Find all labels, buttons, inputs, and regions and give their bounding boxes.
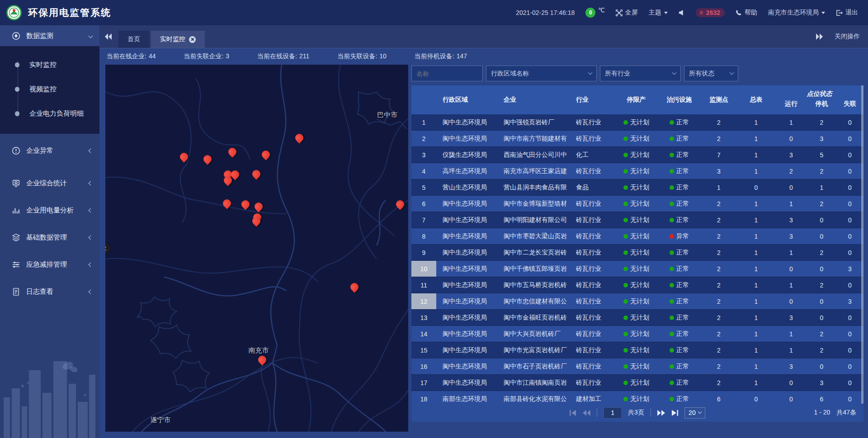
circle-close-icon[interactable] bbox=[189, 36, 196, 43]
next-page-icon[interactable] bbox=[657, 410, 665, 416]
status-dot-icon bbox=[670, 267, 674, 271]
sidebar-submenu: 实时监控 视频监控 企业电力负荷明细 bbox=[0, 46, 99, 134]
status-filter-select[interactable]: 所有状态 bbox=[684, 66, 738, 81]
map-pin-icon[interactable] bbox=[396, 200, 404, 208]
app-logo-icon bbox=[6, 5, 22, 20]
table-row[interactable]: 15阆中生态环境局阆中市光富页岩机砖厂砖瓦行业无计划正常21120 bbox=[411, 342, 863, 358]
cell-running-count: 0 bbox=[775, 293, 807, 309]
table-row[interactable]: 17阆中生态环境局阆中市江南镇阆南页岩砖瓦行业无计划正常21030 bbox=[411, 375, 863, 391]
map-pin-icon[interactable] bbox=[295, 134, 303, 142]
logout-button[interactable]: 退出 bbox=[836, 9, 858, 17]
cell-meter-count: 1 bbox=[737, 163, 775, 179]
table-row[interactable]: 2阆中生态环境局阆中市南方节能建材有砖瓦行业无计划正常21030 bbox=[411, 131, 863, 147]
cell-stopped-count: 0 bbox=[807, 358, 836, 374]
cell-stopped-count: 6 bbox=[807, 391, 836, 404]
fullscreen-arrows-icon bbox=[616, 9, 623, 16]
region-filter-select[interactable]: 行政区域名称 bbox=[486, 66, 597, 81]
map-pin-icon[interactable] bbox=[258, 356, 266, 364]
theme-dropdown[interactable]: 主题 bbox=[649, 9, 668, 17]
sidebar-item-log-view[interactable]: 日志查看 bbox=[0, 281, 99, 302]
table-row[interactable]: 11阆中生态环境局阆中市五马桥页岩机砖砖瓦行业无计划正常21120 bbox=[411, 277, 863, 293]
stat-offline-enterprises: 当前失联企业:3 bbox=[184, 52, 229, 61]
map-pin-icon[interactable] bbox=[224, 176, 232, 184]
cell-facility-status: 正常 bbox=[658, 196, 701, 212]
mute-button[interactable] bbox=[679, 9, 685, 16]
cell-monitor-count: 2 bbox=[701, 114, 737, 130]
map-pin-icon[interactable] bbox=[252, 217, 260, 225]
table-row[interactable]: 8阆中生态环境局阆中市枣碧大梁山页岩砖瓦行业无计划异常21300 bbox=[411, 228, 863, 245]
table-row[interactable]: 1阆中生态环境局阆中强锐页岩砖厂砖瓦行业无计划正常21120 bbox=[411, 114, 863, 131]
table-row[interactable]: 5营山生态环境局营山县润丰肉食品有限食品无计划正常10010 bbox=[411, 179, 863, 196]
map-pin-icon[interactable] bbox=[180, 153, 188, 161]
tab-home[interactable]: 首页 bbox=[118, 31, 149, 48]
cell-running-count: 1 bbox=[775, 326, 807, 342]
map-pin-icon[interactable] bbox=[241, 200, 250, 208]
table-row[interactable]: 6阆中生态环境局阆中市金博瑞新型墙材砖瓦行业无计划正常21120 bbox=[411, 196, 863, 212]
table-scrollbar[interactable] bbox=[861, 85, 863, 404]
first-page-icon[interactable] bbox=[570, 410, 576, 416]
close-operations-button[interactable]: 关闭操作 bbox=[835, 33, 860, 41]
map-pin-icon[interactable] bbox=[203, 155, 212, 163]
map-pin-icon[interactable] bbox=[223, 199, 231, 207]
table-row[interactable]: 14阆中生态环境局阆中大兴页岩机砖厂砖瓦行业无计划正常21120 bbox=[411, 326, 863, 342]
cell-facility-status: 正常 bbox=[658, 277, 701, 293]
notification-badge[interactable]: 2632 bbox=[696, 8, 725, 17]
cell-monitor-count: 2 bbox=[701, 342, 737, 358]
status-dot-icon bbox=[623, 202, 628, 206]
org-dropdown[interactable]: 南充市生态环境局 bbox=[768, 9, 825, 17]
cell-facility-status: 正常 bbox=[658, 212, 701, 228]
map-pin-icon[interactable] bbox=[231, 170, 239, 179]
sidebar-item-label: 企业综合统计 bbox=[26, 179, 83, 188]
table-row[interactable]: 3仪陇生态环境局西南油气田分公司川中化工无计划正常71350 bbox=[411, 147, 863, 163]
map-pin-icon[interactable] bbox=[228, 148, 236, 156]
map-pin-icon[interactable] bbox=[255, 203, 263, 211]
fullscreen-button[interactable]: 全屏 bbox=[616, 9, 638, 17]
table-row[interactable]: 7阆中生态环境局阆中明阳建材有限公司砖瓦行业无计划正常21300 bbox=[411, 212, 863, 228]
industry-filter-select[interactable]: 所有行业 bbox=[600, 66, 681, 81]
prev-page-icon[interactable] bbox=[583, 410, 590, 416]
tab-label: 实时监控 bbox=[160, 35, 185, 43]
cell-running-count: 0 bbox=[775, 261, 807, 277]
cell-district: 阆中生态环境局 bbox=[436, 245, 497, 260]
search-input[interactable] bbox=[416, 70, 478, 77]
map-pin-icon[interactable] bbox=[350, 283, 359, 291]
page-size-select[interactable]: 20 bbox=[684, 407, 705, 419]
sidebar-item-enterprise-statistics[interactable]: 企业综合统计 bbox=[0, 173, 99, 193]
table-row[interactable]: 12阆中生态环境局阆中市忠信建材有限公砖瓦行业无计划正常21003 bbox=[411, 293, 863, 310]
sidebar-item-emergency-reduction[interactable]: 应急减排管理 bbox=[0, 254, 99, 275]
cell-company: 阆中市枣碧大梁山页岩 bbox=[497, 228, 570, 244]
table-row[interactable]: 16阆中生态环境局阆中市石子页岩机砖厂砖瓦行业无计划正常21300 bbox=[411, 358, 863, 375]
sidebar-item-realtime-monitoring[interactable]: 实时监控 bbox=[0, 52, 99, 77]
sidebar-item-enterprise-abnormal[interactable]: 企业异常 bbox=[0, 140, 99, 161]
sidebar-item-video-monitoring[interactable]: 视频监控 bbox=[0, 77, 99, 101]
cell-meter-count: 0 bbox=[737, 391, 775, 404]
tabs-scroll-left-icon[interactable] bbox=[105, 33, 112, 40]
table-row[interactable]: 10阆中生态环境局阆中千佛镇五郎垭页岩砖瓦行业无计划正常21003 bbox=[411, 261, 863, 277]
tabs-scroll-right-icon[interactable] bbox=[816, 33, 823, 40]
theme-label: 主题 bbox=[649, 9, 661, 17]
statistics-monitor-icon bbox=[12, 179, 20, 188]
name-filter-input[interactable] bbox=[411, 66, 483, 81]
table-row[interactable]: 9阆中生态环境局阆中市二龙长宝页岩砖砖瓦行业无计划正常21120 bbox=[411, 245, 863, 261]
sidebar-item-power-analysis[interactable]: 企业用电量分析 bbox=[0, 200, 99, 221]
cell-meter-count: 1 bbox=[737, 358, 775, 374]
help-button[interactable]: 帮助 bbox=[736, 9, 757, 17]
sidebar-item-base-data[interactable]: 基础数据管理 bbox=[0, 227, 99, 248]
cell-running-count: 0 bbox=[775, 131, 807, 146]
cell-lost-count: 0 bbox=[836, 196, 863, 212]
org-name: 南充市生态环境局 bbox=[768, 9, 819, 17]
last-page-icon[interactable] bbox=[671, 410, 678, 416]
map-pin-icon[interactable] bbox=[262, 151, 270, 159]
table-row[interactable]: 4高坪生态环境局南充市高坪区王家店建砖瓦行业无计划正常31220 bbox=[411, 163, 863, 179]
sidebar-item-data-monitoring[interactable]: 数据监测 bbox=[0, 25, 99, 46]
table-row[interactable]: 18南部生态环境局南部县砖化水泥有限公建材加工无计划正常60060 bbox=[411, 391, 863, 404]
sidebar-item-power-load-detail[interactable]: 企业电力负荷明细 bbox=[0, 101, 99, 126]
map-panel[interactable]: 巴中市南充市遂宁市 bbox=[105, 65, 408, 432]
cell-company: 阆中明阳建材有限公司 bbox=[497, 212, 570, 228]
map-pin-icon[interactable] bbox=[252, 170, 260, 178]
tab-bar: 首页 实时监控 关闭操作 bbox=[99, 25, 868, 48]
page-number-input[interactable] bbox=[604, 407, 622, 419]
table-row[interactable]: 13阆中生态环境局阆中市金福旺页岩机砖砖瓦行业无计划正常21300 bbox=[411, 310, 863, 326]
tab-realtime-monitoring[interactable]: 实时监控 bbox=[151, 31, 205, 48]
region-filter-value: 行政区域名称 bbox=[491, 70, 529, 78]
